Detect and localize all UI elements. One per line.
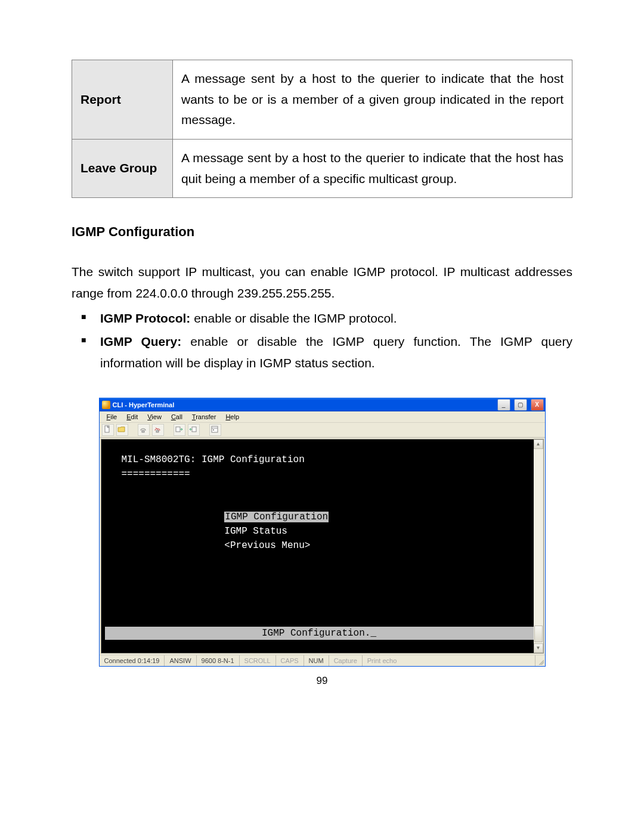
table-row: Leave Group A message sent by a host to … [72,139,572,197]
terminal-footer: IGMP Configuration._ [105,627,534,640]
bullet-label: IGMP Query: [100,335,181,348]
menu-call[interactable]: Call [166,413,187,421]
status-capture: Capture [329,655,363,666]
minimize-button[interactable]: _ [497,399,510,411]
bullet-list: IGMP Protocol: enable or disable the IGM… [76,308,572,374]
terminal-underline: ============ [122,467,530,481]
new-file-icon[interactable] [102,424,114,436]
statusbar: Connected 0:14:19 ANSIW 9600 8-N-1 SCROL… [100,655,545,666]
definitions-table: Report A message sent by a host to the q… [72,60,572,198]
maximize-icon: ▢ [518,401,523,408]
resize-grip-icon[interactable] [535,655,545,666]
send-icon[interactable] [174,424,185,436]
vertical-scrollbar[interactable]: ▲ ▼ [533,439,543,653]
menu-help[interactable]: Help [221,413,244,421]
menu-view[interactable]: View [143,413,166,421]
bullet-label: IGMP Protocol: [100,311,190,325]
close-button[interactable]: X [531,399,544,411]
section-heading: IGMP Configuration [72,224,572,240]
terminal-menu-igmp-config[interactable]: IGMP Configuration [224,512,329,522]
scrollbar-thumb[interactable] [534,625,543,642]
svg-rect-8 [213,429,214,431]
close-icon: X [535,401,539,408]
properties-icon[interactable] [209,424,221,436]
svg-rect-1 [142,431,144,432]
titlebar[interactable]: CLI - HyperTerminal _ ▢ X [100,398,545,411]
desc-cell: A message sent by a host to the querier … [173,139,572,197]
svg-rect-6 [212,426,218,432]
status-settings: 9600 8-N-1 [197,655,240,666]
menu-edit[interactable]: Edit [122,413,143,421]
terminal-menu-igmp-status[interactable]: IGMP Status [224,526,287,537]
menu-file[interactable]: File [102,413,122,421]
bullet-text: enable or disable the IGMP protocol. [190,311,397,325]
term-cell: Leave Group [72,139,173,197]
window-title: CLI - HyperTerminal [113,401,494,408]
svg-rect-5 [192,427,196,432]
status-connected: Connected 0:14:19 [100,655,165,666]
svg-rect-4 [176,427,180,432]
receive-icon[interactable] [188,424,200,436]
menu-transfer[interactable]: Transfer [187,413,221,421]
status-printecho: Print echo [363,655,535,666]
scroll-up-icon[interactable]: ▲ [534,439,543,449]
minimize-icon: _ [502,401,506,408]
terminal-menu-previous[interactable]: <Previous Menu> [224,540,310,551]
term-cell: Report [72,60,173,140]
body-paragraph: The switch support IP multicast, you can… [72,261,572,304]
status-num: NUM [304,655,329,666]
terminal-header: MIL-SM8002TG: IGMP Configuration [122,453,530,467]
menubar: File Edit View Call Transfer Help [100,411,545,423]
status-caps: CAPS [276,655,304,666]
page-number: 99 [72,675,572,687]
toolbar [100,423,545,438]
terminal-area[interactable]: MIL-SM8002TG: IGMP Configuration =======… [101,439,534,653]
open-icon[interactable] [116,424,128,436]
scroll-down-icon[interactable]: ▼ [534,643,543,653]
disconnect-icon[interactable] [152,424,164,436]
hyperterminal-window: CLI - HyperTerminal _ ▢ X File Edit View… [99,398,546,667]
list-item: IGMP Protocol: enable or disable the IGM… [76,308,572,329]
maximize-button[interactable]: ▢ [514,399,527,411]
desc-cell: A message sent by a host to the querier … [173,60,572,140]
svg-rect-3 [156,431,159,432]
status-emulation: ANSIW [165,655,196,666]
connect-icon[interactable] [138,424,150,436]
app-icon [102,401,110,409]
status-scroll: SCROLL [240,655,276,666]
table-row: Report A message sent by a host to the q… [72,60,572,140]
list-item: IGMP Query: enable or disable the IGMP q… [76,331,572,373]
